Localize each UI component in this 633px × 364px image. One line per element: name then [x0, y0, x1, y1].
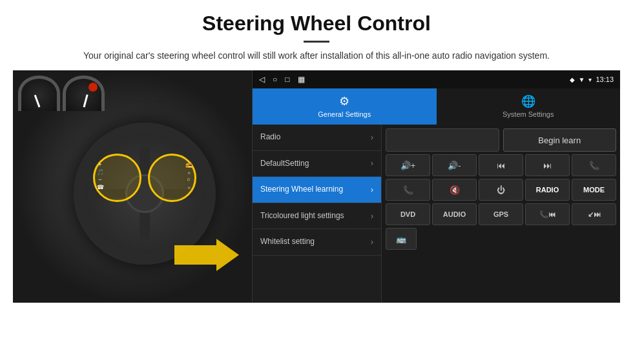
- vol-up-button[interactable]: 🔊+: [386, 154, 430, 176]
- audio-button[interactable]: AUDIO: [432, 203, 477, 225]
- call-icon: 📞: [589, 161, 599, 170]
- general-settings-icon: ⚙: [339, 94, 349, 108]
- extra-icon-button[interactable]: 🚌: [386, 228, 417, 250]
- tab-system-settings[interactable]: 🌐 System Settings: [437, 88, 621, 125]
- next-track-icon: ⏭: [543, 161, 552, 170]
- gauge-right: [63, 76, 105, 111]
- page-title: Steering Wheel Control: [39, 12, 594, 35]
- gps-icon: ◆: [570, 76, 575, 83]
- svg-marker-0: [174, 239, 239, 271]
- arrow-indicator: [174, 236, 239, 277]
- vol-up-icon: 🔊+: [400, 161, 416, 170]
- vol-down-icon: 🔊-: [448, 161, 461, 170]
- power-icon: ⏻: [497, 185, 505, 195]
- right-content: Begin learn 🔊+ 🔊- ⏮ ⏭: [382, 125, 620, 303]
- right-button-labels: 📻 ⬦ ○ ⬦: [185, 161, 192, 192]
- gauge-needle-left: [34, 95, 40, 108]
- system-settings-icon: 🌐: [521, 94, 535, 108]
- gauge-left: [18, 76, 60, 111]
- menu-list: Radio › DefaultSetting › Steering Wheel …: [253, 125, 382, 303]
- bottom-grid: DVD AUDIO GPS 📞⏮ ↙⏭: [386, 203, 616, 225]
- begin-learn-row: Begin learn: [386, 128, 616, 152]
- android-ui: ◁ ○ □ ▦ ◆ ▼ ▾ 13:13 ⚙ General Settings 🌐…: [252, 70, 620, 303]
- content-area: + 🎵 − ☎ 📻 ⬦ ○ ⬦: [13, 70, 620, 303]
- next-track-button[interactable]: ⏭: [525, 154, 570, 176]
- power-button[interactable]: ⏻: [479, 179, 523, 201]
- audio-label: AUDIO: [443, 210, 466, 218]
- radio-button[interactable]: RADIO: [525, 179, 570, 201]
- chevron-default: ›: [371, 159, 373, 168]
- tab-bar: ⚙ General Settings 🌐 System Settings: [253, 88, 620, 125]
- chevron-whitelist: ›: [371, 238, 373, 247]
- menu-item-tricoloured[interactable]: Tricoloured light settings ›: [253, 203, 381, 230]
- gauge-red-indicator: [88, 83, 98, 92]
- status-right-area: ◆ ▼ ▾ 13:13: [570, 76, 614, 83]
- tab-system-label: System Settings: [503, 110, 554, 118]
- mute-icon: 🔇: [450, 185, 460, 195]
- back-icon[interactable]: ◁: [259, 75, 265, 84]
- chevron-radio: ›: [371, 133, 373, 142]
- clock: 13:13: [596, 76, 614, 83]
- gauge-needle-right: [83, 94, 88, 107]
- menu-steering-label: Steering Wheel learning: [260, 185, 371, 195]
- home-icon[interactable]: ○: [273, 75, 277, 84]
- car-background: + 🎵 − ☎ 📻 ⬦ ○ ⬦: [13, 70, 252, 303]
- combo-button[interactable]: ↙⏭: [572, 203, 616, 225]
- chevron-steering: ›: [371, 185, 373, 194]
- control-grid-row1: 🔊+ 🔊- ⏮ ⏭ 📞: [386, 154, 616, 176]
- main-area: Radio › DefaultSetting › Steering Wheel …: [253, 125, 620, 303]
- combo-icon: ↙⏭: [588, 210, 601, 219]
- call-prev-icon: 📞⏮: [539, 210, 555, 219]
- mode-label: MODE: [583, 186, 605, 194]
- call-prev-button[interactable]: 📞⏮: [525, 203, 570, 225]
- tab-general-settings[interactable]: ⚙ General Settings: [253, 88, 437, 125]
- dvd-button[interactable]: DVD: [386, 203, 430, 225]
- extra-row: 🚌: [386, 228, 616, 250]
- menu-icon[interactable]: ▦: [298, 75, 305, 84]
- prev-track-icon: ⏮: [497, 161, 505, 170]
- hangup-icon: 📞: [403, 185, 413, 195]
- menu-whitelist-label: Whitelist setting: [260, 237, 371, 247]
- dvd-label: DVD: [400, 210, 415, 218]
- title-divider: [304, 41, 329, 43]
- page-header: Steering Wheel Control Your original car…: [0, 0, 633, 70]
- gps-button[interactable]: GPS: [479, 203, 523, 225]
- mode-button[interactable]: MODE: [572, 179, 616, 201]
- menu-tricoloured-label: Tricoloured light settings: [260, 211, 371, 221]
- menu-radio-label: Radio: [260, 132, 371, 143]
- status-bar: ◁ ○ □ ▦ ◆ ▼ ▾ 13:13: [253, 70, 620, 88]
- tab-general-label: General Settings: [318, 110, 371, 118]
- menu-item-default[interactable]: DefaultSetting ›: [253, 151, 381, 177]
- gps-label: GPS: [493, 210, 508, 218]
- hangup-button[interactable]: 📞: [386, 179, 430, 201]
- vol-down-button[interactable]: 🔊-: [432, 154, 477, 176]
- menu-default-label: DefaultSetting: [260, 159, 371, 169]
- extra-icon: 🚌: [396, 234, 406, 244]
- car-image: + 🎵 − ☎ 📻 ⬦ ○ ⬦: [13, 70, 252, 303]
- left-button-labels: + 🎵 − ☎: [97, 161, 104, 192]
- signal-icon: ▼: [579, 76, 585, 83]
- wifi-icon: ▾: [588, 76, 592, 83]
- mute-button[interactable]: 🔇: [432, 179, 477, 201]
- menu-item-steering[interactable]: Steering Wheel learning ›: [253, 177, 381, 203]
- recents-icon[interactable]: □: [285, 75, 289, 84]
- radio-label: RADIO: [536, 186, 559, 194]
- chevron-tricoloured: ›: [371, 212, 373, 221]
- gauge-cluster: [18, 76, 105, 111]
- control-grid-row2: 📞 🔇 ⏻ RADIO MODE: [386, 179, 616, 201]
- prev-track-button[interactable]: ⏮: [479, 154, 523, 176]
- call-button[interactable]: 📞: [572, 154, 616, 176]
- menu-item-whitelist[interactable]: Whitelist setting ›: [253, 229, 381, 256]
- status-nav-icons: ◁ ○ □ ▦: [259, 75, 305, 84]
- empty-input-box: [386, 128, 499, 152]
- begin-learn-button[interactable]: Begin learn: [503, 128, 617, 152]
- menu-item-radio[interactable]: Radio ›: [253, 125, 381, 151]
- header-subtitle: Your original car's steering wheel contr…: [39, 49, 594, 63]
